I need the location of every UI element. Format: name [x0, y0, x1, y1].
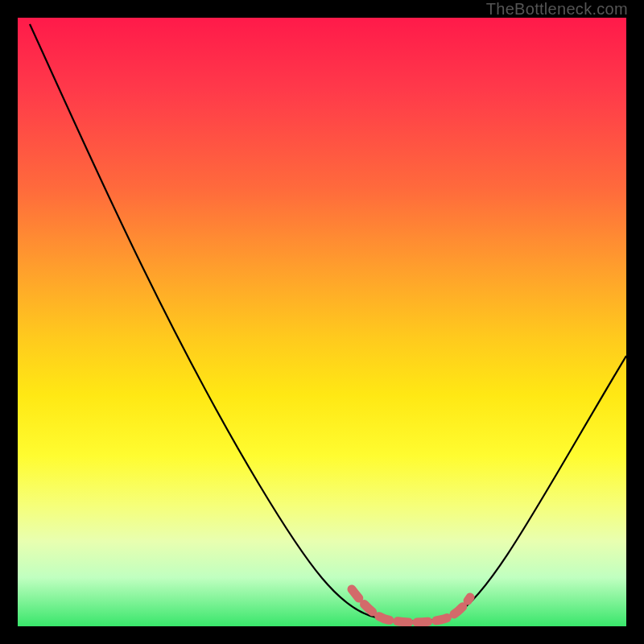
bottleneck-curve-line — [30, 24, 626, 621]
optimal-range-marker — [352, 589, 470, 622]
bottleneck-curve-svg — [18, 18, 626, 626]
watermark-text: TheBottleneck.com — [486, 0, 628, 19]
chart-frame — [18, 18, 626, 626]
